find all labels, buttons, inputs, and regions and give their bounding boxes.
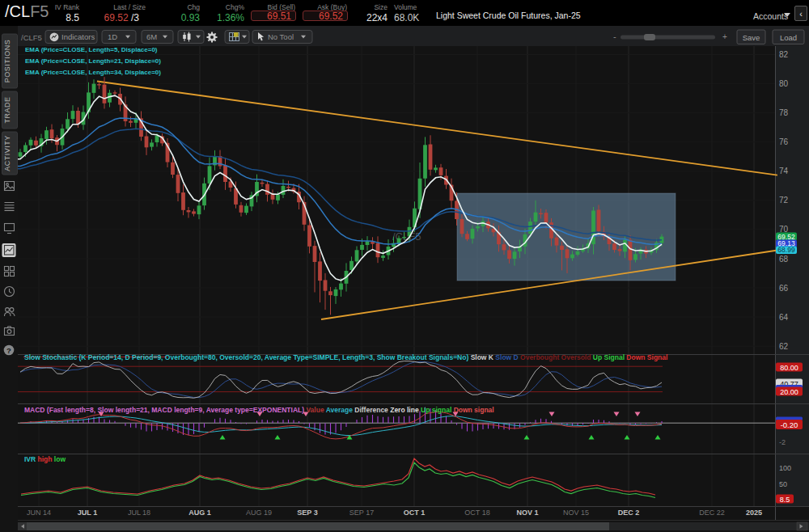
svg-text:68.99: 68.99: [777, 246, 795, 254]
svg-text:78: 78: [779, 108, 789, 117]
svg-text:+: +: [722, 32, 727, 41]
svg-text:SEP 3: SEP 3: [297, 509, 317, 517]
svg-text:EMA (Price=CLOSE, Length=21, D: EMA (Price=CLOSE, Length=21, Displace=0): [25, 57, 161, 65]
svg-text:POSITIONS: POSITIONS: [3, 40, 11, 83]
svg-text:JUL 1: JUL 1: [78, 509, 97, 517]
svg-text:EMA (Price=CLOSE, Length=34, D: EMA (Price=CLOSE, Length=34, Displace=0): [25, 69, 161, 76]
svg-text:OCT 18: OCT 18: [464, 509, 489, 517]
svg-text:-0.20: -0.20: [781, 420, 798, 429]
svg-text:OCT 1: OCT 1: [404, 509, 426, 517]
svg-text:100: 100: [779, 464, 791, 472]
svg-text:82: 82: [779, 50, 789, 59]
svg-text:JUL 18: JUL 18: [128, 509, 150, 517]
svg-text:50: 50: [779, 480, 787, 488]
svg-text:1D: 1D: [108, 32, 117, 41]
svg-text:ACTIVITY: ACTIVITY: [3, 135, 11, 171]
svg-text:NOV 1: NOV 1: [516, 509, 538, 517]
svg-text:Load: Load: [780, 33, 797, 42]
svg-text:68: 68: [779, 255, 789, 264]
svg-text:66: 66: [779, 284, 789, 293]
svg-text:/CLF5: /CLF5: [21, 33, 42, 42]
svg-text:8.5: 8.5: [780, 496, 790, 504]
svg-text:DEC 22: DEC 22: [699, 509, 725, 517]
svg-text:NOV 15: NOV 15: [563, 509, 589, 517]
svg-text:2025: 2025: [746, 509, 762, 517]
svg-text:Indicators: Indicators: [61, 32, 95, 41]
svg-text:Save: Save: [743, 33, 760, 42]
svg-text:DEC 2: DEC 2: [618, 509, 640, 517]
svg-text:EMA (Price=CLOSE, Length=5, Di: EMA (Price=CLOSE, Length=5, Displace=0): [25, 46, 158, 53]
svg-text:6M: 6M: [146, 32, 157, 41]
svg-text:JUN 14: JUN 14: [27, 509, 51, 517]
svg-text:72: 72: [779, 196, 789, 205]
svg-text:76: 76: [779, 137, 789, 146]
svg-text:-: -: [613, 32, 616, 41]
svg-text:SEP 17: SEP 17: [349, 509, 374, 517]
svg-text:No Tool: No Tool: [268, 32, 294, 41]
svg-text:?: ?: [6, 346, 11, 355]
svg-text:20.00: 20.00: [780, 388, 798, 396]
svg-text:AUG 19: AUG 19: [246, 509, 272, 517]
svg-text:AUG 1: AUG 1: [188, 509, 211, 517]
svg-text:TRADE: TRADE: [3, 96, 11, 123]
svg-text:IVR high low: IVR high low: [24, 455, 66, 463]
svg-text:74: 74: [779, 167, 789, 175]
svg-text:64: 64: [779, 313, 789, 322]
svg-text:MACD (Fast length=8, Slow leng: MACD (Fast length=8, Slow length=21, MAC…: [24, 406, 494, 414]
svg-text:80.00: 80.00: [780, 364, 798, 372]
svg-text:62: 62: [779, 342, 789, 351]
svg-text:-2: -2: [779, 438, 786, 446]
svg-text:80: 80: [779, 79, 789, 88]
svg-text:Slow Stochastic (K Period=14,: Slow Stochastic (K Period=14, D Period=9…: [24, 353, 667, 361]
